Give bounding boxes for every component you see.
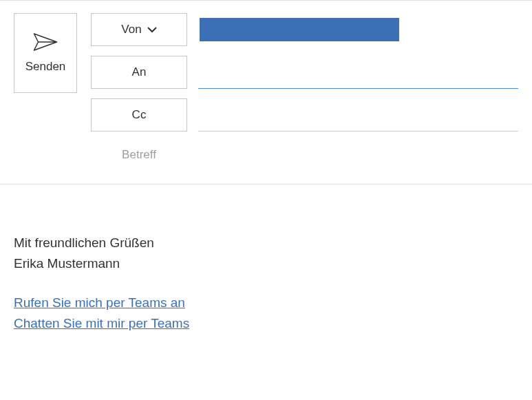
cc-input-area[interactable] — [198, 98, 518, 131]
chevron-down-icon — [147, 24, 157, 35]
compose-header: Senden Von An Cc — [0, 0, 532, 185]
to-label: An — [132, 65, 147, 79]
cc-input[interactable] — [200, 109, 517, 121]
send-icon — [33, 32, 58, 52]
to-row: An — [91, 56, 518, 89]
from-button[interactable]: Von — [91, 13, 187, 46]
message-body[interactable]: Mit freundlichen Grüßen Erika Mustermann… — [0, 185, 532, 348]
teams-call-link[interactable]: Rufen Sie mich per Teams an — [14, 293, 518, 313]
subject-input-area[interactable] — [198, 141, 518, 174]
closing-line: Mit freundlichen Grüßen — [14, 233, 518, 253]
send-button[interactable]: Senden — [14, 13, 77, 93]
cc-button[interactable]: Cc — [91, 98, 187, 131]
from-value-redacted — [200, 18, 399, 41]
cc-label: Cc — [132, 108, 147, 122]
subject-row: Betreff — [91, 141, 518, 174]
subject-input[interactable] — [200, 151, 517, 164]
to-input-area[interactable] — [198, 56, 518, 89]
from-row: Von — [91, 13, 518, 46]
subject-label: Betreff — [91, 141, 187, 169]
send-label: Senden — [25, 60, 66, 74]
from-value-area — [198, 13, 518, 46]
to-input[interactable] — [200, 66, 517, 78]
fields-column: Von An Cc Be — [91, 13, 518, 184]
signature-block: Mit freundlichen Grüßen Erika Mustermann — [14, 233, 518, 275]
cc-row: Cc — [91, 98, 518, 131]
signature-name: Erika Mustermann — [14, 253, 518, 274]
to-button[interactable]: An — [91, 56, 187, 89]
from-label: Von — [121, 23, 141, 36]
teams-chat-link[interactable]: Chatten Sie mit mir per Teams — [14, 313, 518, 334]
